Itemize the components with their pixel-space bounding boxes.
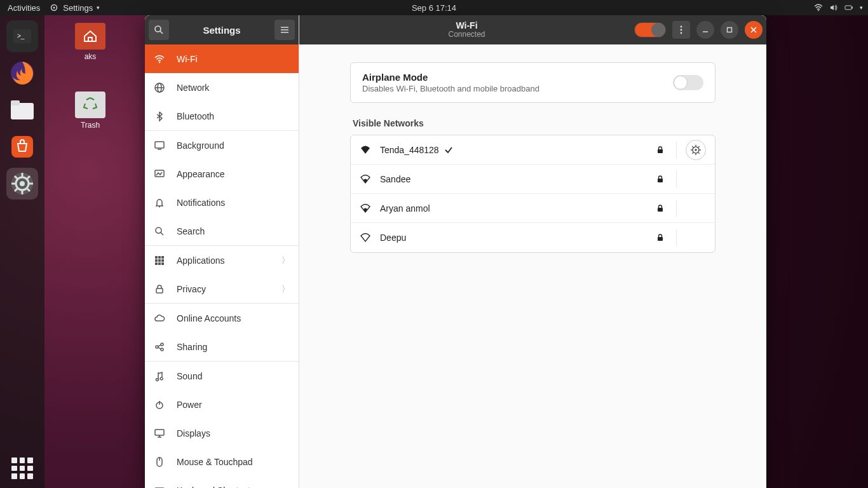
desktop-trash[interactable]: Trash [65, 92, 116, 130]
hamburger-button[interactable] [275, 20, 295, 40]
sidebar-item-background[interactable]: Background [145, 131, 299, 159]
network-name: Sandee [380, 174, 647, 184]
svg-line-79 [692, 146, 693, 147]
content-body: Airplane Mode Disables Wi-Fi, Bluetooth … [299, 44, 766, 271]
search-button[interactable] [149, 20, 169, 40]
chevron-right-icon: 〉 [281, 283, 290, 295]
sidebar-item-bluetooth[interactable]: Bluetooth [145, 102, 299, 130]
wifi-signal-icon [360, 144, 371, 156]
network-list: Tenda_448128 SandeeAryan anmolDeepu [350, 135, 715, 253]
cloud-icon [154, 313, 165, 324]
maximize-icon [726, 27, 733, 33]
svg-point-65 [681, 26, 682, 28]
close-icon [750, 27, 757, 33]
sidebar-item-label: Keyboard Shortcuts [177, 485, 290, 489]
keyboard-icon [154, 485, 165, 489]
sidebar-item-displays[interactable]: Displays [145, 419, 299, 447]
sound-icon [154, 370, 165, 382]
clock[interactable]: Sep 6 17:14 [412, 3, 456, 13]
kebab-menu-button[interactable] [672, 21, 690, 39]
svg-rect-38 [158, 256, 161, 259]
minimize-icon [702, 27, 709, 33]
system-status-area[interactable]: ▾ [814, 3, 863, 12]
svg-rect-46 [156, 288, 163, 293]
lock-icon [656, 233, 667, 242]
sidebar-item-notifications[interactable]: Notifications [145, 188, 299, 217]
svg-rect-44 [158, 262, 161, 265]
wifi-icon [814, 3, 823, 12]
sidebar-item-label: Mouse & Touchpad [177, 457, 290, 467]
chevron-right-icon: 〉 [281, 255, 290, 266]
lock-icon [656, 175, 667, 184]
sidebar-item-label: Applications [177, 255, 270, 266]
sidebar-item-online-accounts[interactable]: Online Accounts [145, 304, 299, 332]
sidebar-item-sound[interactable]: Sound [145, 362, 299, 390]
dock-terminal[interactable]: >_ [6, 20, 38, 52]
settings-window: Settings Wi-FiNetworkBluetoothBackground… [145, 15, 766, 488]
airplane-title: Airplane Mode [362, 72, 539, 83]
svg-line-82 [698, 146, 700, 147]
desktop-home-folder[interactable]: aks [65, 23, 116, 61]
svg-line-50 [158, 344, 161, 346]
dock-software[interactable] [6, 131, 38, 163]
display-icon [154, 428, 165, 439]
airplane-mode-toggle[interactable] [673, 75, 703, 90]
svg-point-1 [53, 7, 55, 9]
svg-point-2 [818, 10, 819, 11]
network-row[interactable]: Tenda_448128 [351, 135, 715, 165]
activities-button[interactable]: Activities [8, 3, 40, 13]
dock: >_ [0, 15, 44, 488]
wifi-icon [154, 53, 165, 65]
network-row[interactable]: Aryan anmol [351, 194, 715, 223]
wifi-toggle[interactable] [634, 22, 666, 37]
content-title: Wi-Fi [303, 21, 630, 30]
app-menu[interactable]: Settings ▾ [49, 3, 100, 13]
kebab-icon [680, 25, 682, 34]
svg-line-80 [698, 152, 700, 154]
sidebar-item-power[interactable]: Power [145, 390, 299, 419]
sidebar-item-wi-fi[interactable]: Wi-Fi [145, 44, 299, 73]
wifi-signal-icon [360, 173, 371, 185]
svg-rect-45 [161, 262, 164, 265]
svg-rect-4 [852, 7, 853, 9]
svg-rect-42 [161, 259, 164, 262]
volume-icon [829, 3, 838, 12]
show-applications-button[interactable] [11, 458, 33, 479]
window-maximize-button[interactable] [721, 21, 738, 39]
sidebar-item-applications[interactable]: Applications〉 [145, 246, 299, 274]
svg-text:>_: >_ [17, 32, 25, 39]
sidebar-item-privacy[interactable]: Privacy〉 [145, 274, 299, 303]
dock-files[interactable] [6, 94, 38, 126]
svg-rect-72 [658, 149, 663, 153]
wifi-signal-icon [360, 203, 371, 214]
window-minimize-button[interactable] [696, 21, 714, 39]
svg-rect-3 [845, 6, 851, 10]
lock-icon [656, 204, 667, 213]
power-icon [154, 399, 165, 410]
sidebar-item-appearance[interactable]: Appearance [145, 159, 299, 188]
sidebar-item-sharing[interactable]: Sharing [145, 332, 299, 361]
svg-point-74 [695, 149, 697, 151]
svg-point-13 [20, 181, 25, 186]
sidebar-item-mouse-touchpad[interactable]: Mouse & Touchpad [145, 447, 299, 476]
network-row[interactable]: Deepu [351, 223, 715, 252]
sidebar-item-label: Background [177, 140, 290, 151]
content-pane: Wi-Fi Connected Airplane Mode Disables W… [299, 15, 766, 488]
network-row[interactable]: Sandee [351, 165, 715, 194]
sidebar-item-search[interactable]: Search [145, 217, 299, 245]
dock-firefox[interactable] [6, 57, 38, 89]
content-header: Wi-Fi Connected [299, 15, 766, 44]
chevron-down-icon: ▾ [860, 4, 863, 11]
svg-line-23 [160, 31, 163, 34]
svg-rect-43 [155, 262, 158, 265]
sidebar-item-label: Search [177, 226, 290, 236]
share-icon [154, 341, 165, 353]
svg-rect-9 [11, 100, 20, 105]
svg-rect-37 [155, 256, 158, 259]
network-settings-button[interactable] [686, 140, 706, 160]
sidebar-item-keyboard-shortcuts[interactable]: Keyboard Shortcuts [145, 476, 299, 488]
sidebar-item-network[interactable]: Network [145, 73, 299, 102]
window-close-button[interactable] [745, 21, 763, 39]
dock-settings[interactable] [6, 168, 38, 200]
svg-rect-69 [728, 28, 732, 32]
